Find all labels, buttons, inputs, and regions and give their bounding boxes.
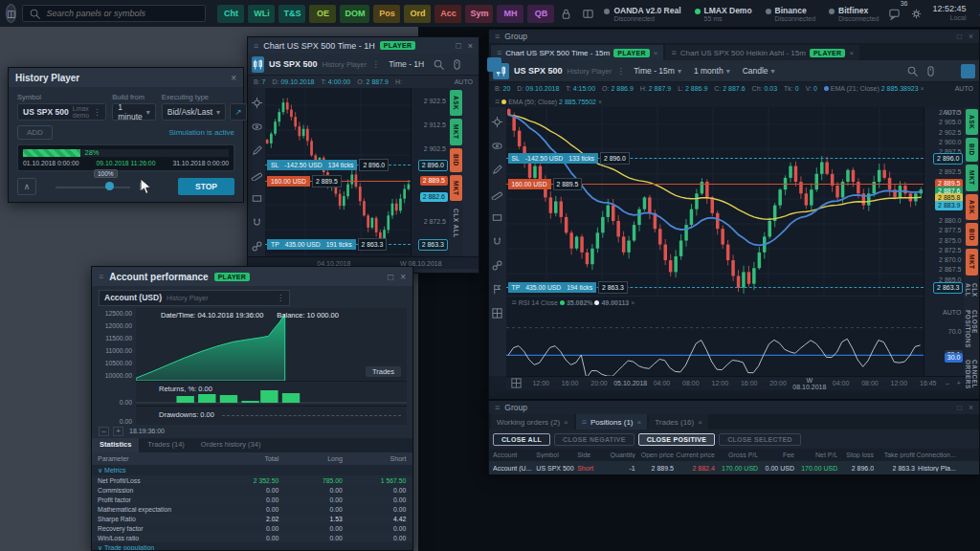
maximize-window-icon[interactable]: □ <box>957 32 962 41</box>
close-tab-icon[interactable]: × <box>637 418 642 427</box>
close-tab-icon[interactable]: × <box>654 49 658 57</box>
timeframe-select[interactable]: Time - 1H <box>385 59 428 69</box>
clx-all-button[interactable]: CLX ALL <box>453 204 459 243</box>
toolbar-button-cht[interactable]: Cht <box>217 5 244 23</box>
crosshair-icon[interactable] <box>491 113 503 130</box>
column-header[interactable]: Quantity <box>604 452 635 458</box>
stop-loss-badge[interactable]: SL-142.50 USD133 ticks2 896.0 <box>508 152 630 165</box>
buy-bid-button[interactable]: BID <box>966 138 978 162</box>
tab-statistics[interactable]: Statistics <box>92 438 139 452</box>
chart-search-icon[interactable] <box>433 55 445 73</box>
chart-symbol[interactable]: US SPX 500 <box>269 59 318 69</box>
close-window-icon[interactable]: × <box>231 73 236 83</box>
stats-column-header[interactable]: Short <box>343 455 407 462</box>
toolbar-button-pos[interactable]: Pos <box>373 5 400 23</box>
column-header[interactable]: Account <box>493 452 536 458</box>
column-header[interactable]: Gross P/L <box>715 452 758 458</box>
price-badge-tp[interactable]: 2 863.3 <box>418 239 448 251</box>
timeframe-select[interactable]: Time - 15m▾ <box>630 66 685 76</box>
search-input[interactable] <box>22 5 206 22</box>
close-all-button[interactable]: CLOSE ALL <box>493 433 550 446</box>
close-selected-button[interactable]: CLOSE SELECTED <box>719 433 801 446</box>
connection-item[interactable]: BinanceDisconnected <box>766 6 815 22</box>
rsi-indicator-row[interactable]: ≡ RSI 14 Close 35.082% 49.00113 × <box>506 296 924 307</box>
price-scale[interactable]: 2 922.52 912.52 902.52 872.52 863.02 896… <box>411 88 449 256</box>
rect-icon[interactable] <box>491 209 503 226</box>
rsi-panel[interactable] <box>506 307 924 376</box>
stats-row[interactable]: Recovery factor0.000.000.00 <box>92 523 412 533</box>
take-profit-badge[interactable]: TP435.00 USD194 ticks2 863.3 <box>508 281 628 294</box>
tab-trades[interactable]: Trades (16)× <box>649 414 708 430</box>
toolbar-button-qb[interactable]: QB <box>527 5 554 23</box>
magnet-icon[interactable] <box>491 232 503 250</box>
drawdowns-chart[interactable]: Drawdowns: 0.00 <box>136 406 407 425</box>
price-badge-ema21[interactable]: 2 883.9 <box>935 201 963 210</box>
zoom-out-button[interactable]: – <box>99 427 109 436</box>
stats-row[interactable]: Profit factor0.000.000.00 <box>92 495 412 504</box>
stats-row[interactable]: Sharpe Ratio2.021.534.42 <box>92 514 412 523</box>
build-from-select[interactable]: 1 minute ▾ <box>112 103 156 121</box>
crosshair-icon[interactable] <box>251 94 263 111</box>
tab-working[interactable]: Working orders (2)× <box>491 414 574 430</box>
sell-bid-button[interactable]: BID <box>966 223 978 247</box>
chart-plot-area[interactable]: SL-142.50 USD133 ticks2 896.0160.00 USD2… <box>506 107 924 296</box>
axis-zoom-in[interactable]: + <box>952 380 966 386</box>
add-button[interactable]: ADD <box>17 125 53 140</box>
tab-orders[interactable]: Orders history (34) <box>193 438 269 452</box>
stats-row[interactable]: Commission0.000.000.00 <box>92 485 412 495</box>
toolbar-button-mh[interactable]: MH <box>497 5 523 23</box>
close-positions-button[interactable]: CLOSE POSITIONS <box>965 305 978 353</box>
flag-icon[interactable] <box>491 280 503 298</box>
column-header[interactable]: Stop loss <box>837 452 874 458</box>
notifications-icon[interactable]: 36 <box>888 5 901 22</box>
position-badge[interactable]: 160.00 USD2 889.5 <box>508 178 583 190</box>
symbol-select[interactable]: US SPX 500 Lmax demo ⋮ <box>17 103 106 121</box>
toolbar-button-oe[interactable]: OE <box>309 5 336 23</box>
executing-type-select[interactable]: Bid/Ask/Last ▾ <box>162 103 226 121</box>
sell-bid-button[interactable]: BID <box>450 148 462 172</box>
close-negative-button[interactable]: CLOSE NEGATIVE <box>554 433 635 446</box>
maximize-window-icon[interactable]: □ <box>957 403 962 412</box>
chart-search-icon[interactable] <box>906 62 919 79</box>
chart-symbol[interactable]: US SPX 500 <box>514 66 563 76</box>
grid-icon[interactable] <box>491 304 503 321</box>
take-profit-badge[interactable]: TP435.00 USD191 ticks2 863.3 <box>267 238 387 251</box>
ema50-indicator-row[interactable]: ≡ EMA (50; Close) 2 885.75502 × <box>489 95 979 107</box>
returns-chart[interactable]: Returns, %: 0.00 <box>136 381 407 406</box>
buy-ask-button[interactable]: ASK <box>966 109 978 135</box>
connection-item[interactable]: OANDA v2.0 RealDisconnected <box>604 6 680 22</box>
slider-thumb[interactable] <box>105 182 114 190</box>
close-tab-icon[interactable]: × <box>564 418 568 427</box>
stats-row[interactable]: Win/Loss ratio0.000.000.00 <box>92 533 412 542</box>
auto-scale-label[interactable]: AUTO <box>955 85 973 92</box>
progress-bar[interactable]: 28% <box>23 149 229 157</box>
magnet-icon[interactable] <box>251 213 263 231</box>
column-header[interactable]: Fee <box>758 452 794 458</box>
position-badge[interactable]: 160.00 USD2 889.5 <box>267 175 342 187</box>
sell-ask-button[interactable]: ASK <box>966 194 978 220</box>
stats-group-metrics[interactable]: ∨ Metrics <box>92 465 412 475</box>
gear-icon[interactable] <box>910 5 923 22</box>
column-header[interactable]: Current price <box>674 452 715 458</box>
history-player-header[interactable]: History Player × <box>9 68 243 87</box>
rect-icon[interactable] <box>251 189 263 207</box>
buy-ask-button[interactable]: ASK <box>450 90 462 116</box>
price-badge-sl[interactable]: 2 896.0 <box>933 153 963 165</box>
toolbar-button-ts[interactable]: T&S <box>278 5 305 23</box>
eye-icon[interactable] <box>491 137 503 154</box>
stats-group-trade-population[interactable]: ∨ Trade population <box>92 542 412 551</box>
toolbar-button-wli[interactable]: WLi <box>248 5 275 23</box>
chart-symbol-icon[interactable] <box>252 56 264 73</box>
auto-scale-label[interactable]: AUTO <box>455 78 473 85</box>
stats-column-header[interactable]: Total <box>215 455 279 462</box>
stats-row[interactable]: Mathematical expectation0.000.000.00 <box>92 504 412 514</box>
chart-style-select[interactable]: Candle▾ <box>739 66 779 76</box>
rsi-indicator-label[interactable]: ≡ RSI 14 Close 35.082% 49.00113 × <box>512 298 635 307</box>
price-badge-pos[interactable]: 2 889.5 <box>420 176 448 186</box>
close-window-icon[interactable]: × <box>400 272 406 282</box>
price-badge-tp[interactable]: 2 863.3 <box>933 282 963 294</box>
close-tab-icon[interactable]: × <box>698 418 702 427</box>
price-badge-sl[interactable]: 2 896.0 <box>418 160 448 171</box>
link-icon[interactable] <box>251 237 263 254</box>
maximize-window-icon[interactable]: □ <box>456 41 460 51</box>
